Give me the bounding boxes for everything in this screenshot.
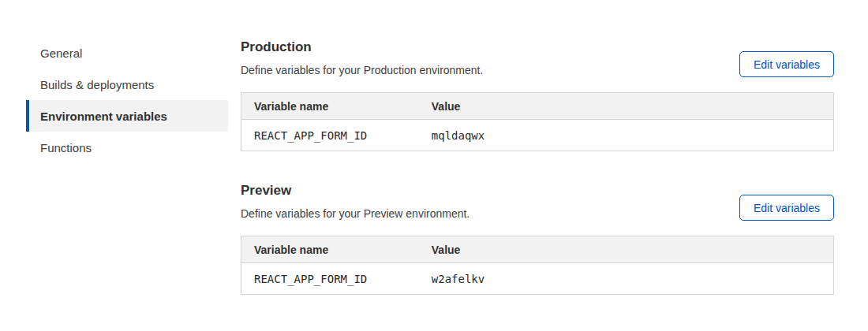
table-row: REACT_APP_FORM_ID mqldaqwx — [241, 120, 834, 151]
variable-name-column-header: Variable name — [241, 236, 419, 263]
preview-edit-variables-button[interactable]: Edit variables — [739, 195, 834, 221]
settings-page: General Builds & deployments Environment… — [0, 0, 868, 295]
production-section-text: Production Define variables for your Pro… — [241, 37, 483, 76]
table-row: REACT_APP_FORM_ID w2afelkv — [241, 263, 834, 295]
variable-value-cell: mqldaqwx — [419, 120, 834, 151]
value-column-header: Value — [419, 236, 834, 263]
table-header-row: Variable name Value — [241, 236, 834, 263]
environment-variables-content: Production Define variables for your Pro… — [241, 37, 834, 295]
sidebar-item-environment-variables[interactable]: Environment variables — [26, 100, 228, 132]
production-section-header: Production Define variables for your Pro… — [241, 37, 834, 76]
preview-section: Preview Define variables for your Previe… — [241, 180, 834, 295]
sidebar-item-functions[interactable]: Functions — [26, 132, 228, 163]
production-title: Production — [241, 39, 483, 55]
variable-name-cell: REACT_APP_FORM_ID — [241, 263, 419, 295]
production-variables-table: Variable name Value REACT_APP_FORM_ID mq… — [241, 92, 834, 151]
sidebar-item-general[interactable]: General — [26, 37, 228, 69]
preview-section-text: Preview Define variables for your Previe… — [241, 180, 470, 219]
sidebar-item-label: Functions — [40, 141, 92, 154]
preview-description: Define variables for your Preview enviro… — [241, 208, 470, 219]
value-column-header: Value — [419, 93, 834, 120]
variable-name-column-header: Variable name — [241, 93, 419, 120]
variable-name-cell: REACT_APP_FORM_ID — [241, 120, 419, 151]
production-section: Production Define variables for your Pro… — [241, 37, 834, 151]
preview-title: Preview — [241, 183, 470, 199]
sidebar-item-label: General — [40, 46, 82, 60]
sidebar-item-builds-deployments[interactable]: Builds & deployments — [26, 69, 228, 100]
preview-variables-table: Variable name Value REACT_APP_FORM_ID w2… — [241, 236, 834, 295]
sidebar-item-label: Builds & deployments — [40, 78, 154, 91]
settings-sidebar: General Builds & deployments Environment… — [26, 37, 228, 295]
production-description: Define variables for your Production env… — [241, 65, 483, 76]
preview-section-header: Preview Define variables for your Previe… — [241, 180, 834, 219]
table-header-row: Variable name Value — [241, 93, 834, 120]
sidebar-item-label: Environment variables — [40, 110, 167, 123]
variable-value-cell: w2afelkv — [419, 263, 834, 295]
production-edit-variables-button[interactable]: Edit variables — [739, 51, 834, 77]
